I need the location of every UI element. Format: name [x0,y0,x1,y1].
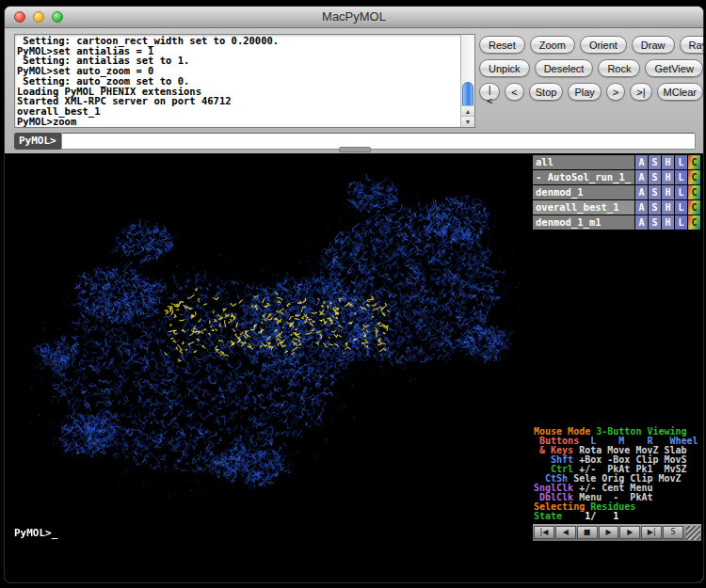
console-line: PyMOL>zoom [17,117,460,127]
play-button[interactable]: Play [568,83,601,101]
object-row: denmod_1ASHLC [533,185,700,199]
reset-button[interactable]: Reset [479,36,525,54]
go-start-button[interactable]: |< [479,83,500,101]
draw-button[interactable]: Draw [632,36,675,54]
label-button[interactable]: L [675,200,687,215]
viewport-canvas[interactable] [5,153,530,582]
object-row: - AutoSol_run_1_ASHLC [533,170,700,184]
mouse-panel-text: State [534,511,562,521]
object-row: allASHLC [533,155,700,169]
object-label[interactable]: denmod_1 [533,185,634,199]
toolbar-row-1: ResetZoomOrientDrawRay [479,36,704,54]
color-button[interactable]: C [688,155,700,169]
scroll-down-icon[interactable]: ▼ [461,116,474,127]
hide-button[interactable]: H [662,200,674,215]
resize-grip-icon[interactable] [686,526,700,540]
action-button[interactable]: A [635,200,648,215]
object-row: denmod_1_m1ASHLC [533,215,700,230]
action-button[interactable]: A [635,170,648,184]
action-button[interactable]: A [635,185,648,199]
mouse-panel-line[interactable]: State 1/ 1 [534,512,701,521]
step-forward-button[interactable]: > [606,83,625,101]
step-back-button[interactable]: < [505,83,523,101]
color-button[interactable]: C [688,170,700,184]
mclear-button[interactable]: MClear [657,83,703,101]
color-button[interactable]: C [688,200,700,215]
object-label[interactable]: overall_best_1 [533,200,634,215]
go-end-button[interactable]: >| [630,83,651,101]
show-button[interactable]: S [649,215,661,230]
show-button[interactable]: S [649,185,661,199]
vcr-rewind-button[interactable]: |◀ [534,526,554,539]
hide-button[interactable]: H [662,185,674,199]
mouse-panel-text: 1/ 1 [562,511,618,521]
control-panel: Setting: cartoon_rect_width set to 0.200… [5,28,703,153]
stop-button[interactable]: Stop [529,83,564,101]
vcr-back-button[interactable]: ◀ [555,526,576,539]
orient-button[interactable]: Orient [580,36,627,54]
window-controls [14,11,63,23]
splitter-handle[interactable] [339,147,371,152]
label-button[interactable]: L [675,155,687,169]
hide-button[interactable]: H [662,170,674,184]
command-input[interactable] [61,133,696,150]
vcr-forward-button[interactable]: ▶ [619,526,640,539]
label-button[interactable]: L [675,170,687,184]
close-window-icon[interactable] [14,11,25,23]
title-bar[interactable]: MacPyMOL [5,7,703,28]
unpick-button[interactable]: Unpick [479,59,530,77]
console-scrollbar[interactable]: ▲ ▼ [460,35,474,127]
action-button[interactable]: A [635,155,648,169]
toolbar-row-2: UnpickDeselectRockGetView [479,59,703,77]
rock-button[interactable]: Rock [598,59,640,77]
hide-button[interactable]: H [662,215,674,230]
object-label[interactable]: - AutoSol_run_1_ [533,170,634,184]
vcr-bar: |◀◀■▶▶▶|S [533,524,701,541]
color-button[interactable]: C [688,215,700,230]
object-panel: allASHLC- AutoSol_run_1_ASHLCdenmod_1ASH… [533,155,700,230]
ray-button[interactable]: Ray [680,36,704,54]
console: Setting: cartoon_rect_width set to 0.200… [14,34,475,128]
macpymol-window: MacPyMOL Setting: cartoon_rect_width set… [4,6,704,583]
mouse-panel: Mouse Mode 3-Button Viewing Buttons L M … [534,427,701,521]
object-row: overall_best_1ASHLC [533,200,700,215]
viewport: allASHLC- AutoSol_run_1_ASHLCdenmod_1ASH… [5,153,703,582]
vcr-play-button[interactable]: ▶ [599,526,619,539]
deselect-button[interactable]: Deselect [535,59,594,77]
label-button[interactable]: L [675,185,687,199]
show-button[interactable]: S [649,200,661,215]
console-log: Setting: cartoon_rect_width set to 0.200… [15,35,460,127]
color-button[interactable]: C [688,185,700,199]
minimize-window-icon[interactable] [33,11,44,23]
vcr-end-button[interactable]: ▶| [641,526,662,539]
hide-button[interactable]: H [662,155,674,169]
zoom-button[interactable]: Zoom [530,36,575,54]
vcr-scene-button[interactable]: S [663,526,683,539]
object-label[interactable]: denmod_1_m1 [533,215,634,230]
action-button[interactable]: A [635,215,648,230]
show-button[interactable]: S [649,170,661,184]
show-button[interactable]: S [649,155,661,169]
prompt-label: PyMOL> [14,133,61,150]
label-button[interactable]: L [675,215,687,230]
gl-command-line[interactable]: PyMOL>_ [14,527,57,539]
getview-button[interactable]: GetView [645,59,702,77]
object-label[interactable]: all [533,155,634,169]
window-title: MacPyMOL [5,7,703,27]
toolbar-row-3: |<<StopPlay>>|MClear [479,83,703,101]
console-line: overall_best_1 [17,106,460,117]
vcr-stop-button[interactable]: ■ [577,526,598,539]
zoom-window-icon[interactable] [52,11,63,23]
console-line: Setting: auto_zoom set to 0. [17,76,460,87]
